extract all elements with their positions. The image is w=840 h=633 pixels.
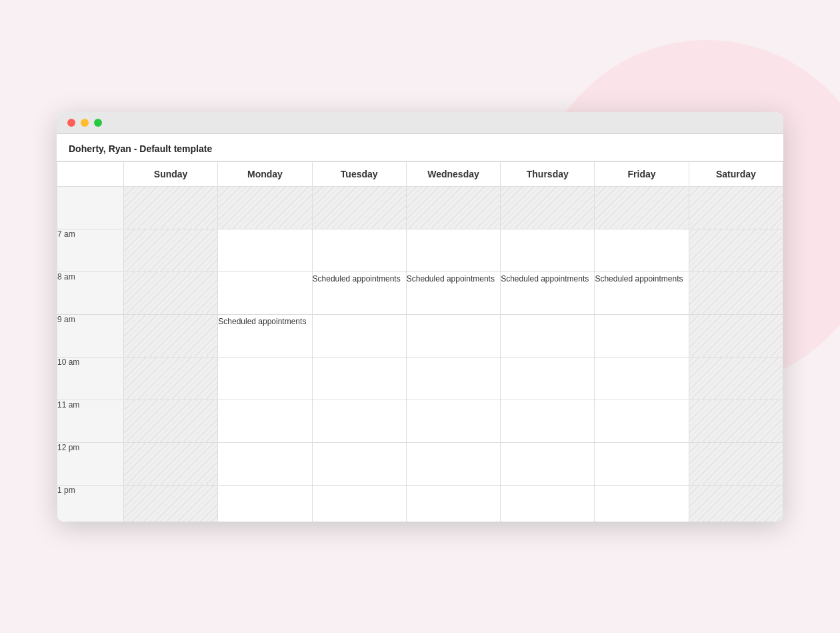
table-row: 7 am (57, 229, 783, 271)
cell-10am-thursday[interactable] (501, 357, 595, 400)
cell-1pm-monday[interactable] (218, 485, 312, 522)
header-sunday: Sunday (124, 161, 218, 186)
calendar-scroll[interactable]: Sunday Monday Tuesday Wednesday Thursday… (57, 161, 783, 522)
cell-12pm-saturday[interactable] (689, 442, 783, 485)
cell-7am-thursday[interactable] (501, 229, 595, 271)
cell-12pm-monday[interactable] (218, 442, 312, 485)
cell-10am-monday[interactable] (218, 357, 312, 400)
window-content: Doherty, Ryan - Default template Sunday … (57, 134, 783, 522)
table-row: 10 am (57, 357, 783, 400)
maximize-dot[interactable] (94, 119, 102, 127)
appointment-8am-tuesday: Scheduled appointments (313, 274, 401, 283)
cell-11am-wednesday[interactable] (406, 400, 500, 442)
cell-9am-monday[interactable]: Scheduled appointments (218, 314, 312, 357)
header-thursday: Thursday (501, 161, 595, 186)
header-saturday: Saturday (689, 161, 783, 186)
cell-7am-friday[interactable] (595, 229, 689, 271)
table-row: 1 pm (57, 485, 783, 522)
table-row: 9 am Scheduled appointments (57, 314, 783, 357)
cell-1pm-friday[interactable] (595, 485, 689, 522)
calendar-table: Sunday Monday Tuesday Wednesday Thursday… (57, 161, 783, 522)
time-cell-early (57, 186, 124, 229)
cell-8am-monday[interactable] (218, 271, 312, 314)
cell-12pm-thursday[interactable] (501, 442, 595, 485)
time-cell-10am: 10 am (57, 357, 124, 400)
cell-9am-tuesday[interactable] (312, 314, 406, 357)
cell-8am-saturday[interactable] (689, 271, 783, 314)
cell-8am-friday[interactable]: Scheduled appointments (595, 271, 689, 314)
cell-7am-saturday[interactable] (689, 229, 783, 271)
cell-11am-tuesday[interactable] (312, 400, 406, 442)
cell-11am-friday[interactable] (595, 400, 689, 442)
titlebar (57, 112, 783, 134)
cell-9am-thursday[interactable] (501, 314, 595, 357)
header-time (57, 161, 124, 186)
cell-12pm-sunday[interactable] (124, 442, 218, 485)
cell-1pm-tuesday[interactable] (312, 485, 406, 522)
appointment-8am-wednesday: Scheduled appointments (407, 274, 495, 283)
cell-early-friday[interactable] (595, 186, 689, 229)
time-cell-1pm: 1 pm (57, 485, 124, 522)
cell-11am-saturday[interactable] (689, 400, 783, 442)
schedule-title-text: Doherty, Ryan - Default template (69, 143, 212, 154)
cell-early-sunday[interactable] (124, 186, 218, 229)
cell-7am-monday[interactable] (218, 229, 312, 271)
cell-10am-sunday[interactable] (124, 357, 218, 400)
main-window: Doherty, Ryan - Default template Sunday … (57, 112, 783, 522)
time-cell-7am: 7 am (57, 229, 124, 271)
cell-9am-friday[interactable] (595, 314, 689, 357)
appointment-8am-thursday: Scheduled appointments (501, 274, 589, 283)
cell-8am-wednesday[interactable]: Scheduled appointments (406, 271, 500, 314)
header-monday: Monday (218, 161, 312, 186)
cell-10am-wednesday[interactable] (406, 357, 500, 400)
cell-8am-thursday[interactable]: Scheduled appointments (501, 271, 595, 314)
cell-12pm-tuesday[interactable] (312, 442, 406, 485)
schedule-title: Doherty, Ryan - Default template (57, 134, 783, 161)
table-row: 8 am Scheduled appointments Scheduled ap… (57, 271, 783, 314)
cell-11am-thursday[interactable] (501, 400, 595, 442)
cell-8am-tuesday[interactable]: Scheduled appointments (312, 271, 406, 314)
time-cell-12pm: 12 pm (57, 442, 124, 485)
cell-9am-saturday[interactable] (689, 314, 783, 357)
time-cell-8am: 8 am (57, 271, 124, 314)
cell-11am-sunday[interactable] (124, 400, 218, 442)
table-row: 11 am (57, 400, 783, 442)
cell-1pm-saturday[interactable] (689, 485, 783, 522)
cell-10am-saturday[interactable] (689, 357, 783, 400)
cell-early-thursday[interactable] (501, 186, 595, 229)
cell-12pm-friday[interactable] (595, 442, 689, 485)
cell-9am-sunday[interactable] (124, 314, 218, 357)
cell-1pm-wednesday[interactable] (406, 485, 500, 522)
cell-1pm-sunday[interactable] (124, 485, 218, 522)
cell-early-wednesday[interactable] (406, 186, 500, 229)
time-cell-9am: 9 am (57, 314, 124, 357)
appointment-8am-friday: Scheduled appointments (595, 274, 683, 283)
table-row (57, 186, 783, 229)
header-wednesday: Wednesday (406, 161, 500, 186)
cell-8am-sunday[interactable] (124, 271, 218, 314)
appointment-9am-monday: Scheduled appointments (218, 317, 306, 326)
cell-9am-wednesday[interactable] (406, 314, 500, 357)
cell-10am-friday[interactable] (595, 357, 689, 400)
cell-11am-monday[interactable] (218, 400, 312, 442)
header-tuesday: Tuesday (312, 161, 406, 186)
close-dot[interactable] (67, 119, 75, 127)
cell-7am-sunday[interactable] (124, 229, 218, 271)
cell-early-tuesday[interactable] (312, 186, 406, 229)
minimize-dot[interactable] (81, 119, 89, 127)
cell-1pm-thursday[interactable] (501, 485, 595, 522)
table-row: 12 pm (57, 442, 783, 485)
cell-early-monday[interactable] (218, 186, 312, 229)
cell-10am-tuesday[interactable] (312, 357, 406, 400)
cell-7am-tuesday[interactable] (312, 229, 406, 271)
cell-early-saturday[interactable] (689, 186, 783, 229)
cell-12pm-wednesday[interactable] (406, 442, 500, 485)
time-cell-11am: 11 am (57, 400, 124, 442)
header-friday: Friday (595, 161, 689, 186)
cell-7am-wednesday[interactable] (406, 229, 500, 271)
calendar-wrapper: Sunday Monday Tuesday Wednesday Thursday… (57, 161, 783, 522)
